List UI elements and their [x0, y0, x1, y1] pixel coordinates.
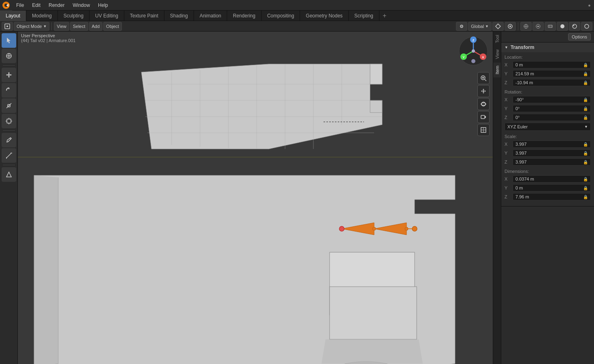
rotation-x-lock-icon[interactable]: 🔒 [583, 98, 588, 102]
tool-measure[interactable] [2, 148, 16, 163]
shading-material-button[interactable] [569, 22, 580, 31]
dimensions-y-label: Y [505, 185, 513, 190]
transform-chevron-icon: ▼ [505, 45, 508, 49]
tab-view[interactable]: View [493, 46, 501, 62]
menu-help[interactable]: Help [94, 0, 112, 11]
scale-z-value: 3.997 [515, 160, 527, 164]
add-label: Add [92, 24, 100, 29]
location-y-row: Y 214.59 m 🔒 [505, 70, 591, 77]
ortho-view-button[interactable] [477, 124, 490, 136]
tab-tool[interactable]: Tool [493, 32, 501, 46]
rotation-x-field[interactable]: -90° 🔒 [513, 96, 591, 103]
dimensions-z-lock-icon[interactable]: 🔒 [583, 195, 588, 199]
tool-transform[interactable] [2, 114, 16, 128]
rotation-mode-dropdown[interactable]: XYZ Euler ▼ [505, 123, 591, 131]
tab-layout[interactable]: Layout [0, 11, 26, 21]
scale-z-field[interactable]: 3.997 🔒 [513, 158, 591, 166]
pan-button[interactable] [477, 85, 490, 97]
object-menu-button[interactable]: Object [103, 22, 122, 31]
scale-x-lock-icon[interactable]: 🔒 [583, 142, 588, 147]
tool-annotate[interactable] [2, 133, 16, 147]
scale-y-lock-icon[interactable]: 🔒 [583, 151, 588, 155]
rotation-y-lock-icon[interactable]: 🔒 [583, 106, 588, 111]
location-z-lock-icon[interactable]: 🔒 [583, 81, 588, 85]
tool-move[interactable] [2, 68, 16, 82]
svg-point-59 [412, 226, 417, 231]
engine-indicator: ● [588, 3, 591, 8]
shading-solid-button[interactable] [557, 22, 568, 31]
tab-item[interactable]: Item [493, 62, 501, 77]
rotation-y-field[interactable]: 0° 🔒 [513, 105, 591, 112]
tab-uv-editing[interactable]: UV Editing [89, 11, 124, 21]
dimensions-y-row: Y 0 m 🔒 [505, 184, 591, 192]
location-label: Location: [505, 55, 591, 60]
tab-sculpting[interactable]: Sculpting [58, 11, 89, 21]
menu-window[interactable]: Window [68, 0, 94, 11]
view-label: View [57, 24, 66, 29]
panel-options-button[interactable]: Options [568, 33, 591, 40]
tab-texture-paint[interactable]: Texture Paint [124, 11, 164, 21]
snap-button[interactable] [492, 22, 504, 31]
rotation-x-row: X -90° 🔒 [505, 96, 591, 103]
location-x-field[interactable]: 0 m 🔒 [513, 61, 591, 68]
global-orientation-button[interactable]: Global ▼ [468, 22, 492, 31]
tool-select[interactable] [2, 33, 16, 48]
add-workspace-button[interactable]: + [379, 11, 390, 21]
location-y-lock-icon[interactable]: 🔒 [583, 72, 588, 76]
orbit-button[interactable] [477, 98, 490, 110]
transform-pivot-button[interactable] [456, 22, 467, 31]
transform-section-header[interactable]: ▼ Transform [501, 43, 594, 52]
rotation-z-lock-icon[interactable]: 🔒 [583, 115, 588, 120]
dimensions-y-lock-icon[interactable]: 🔒 [583, 186, 588, 190]
xray-button[interactable] [545, 22, 556, 31]
location-x-row: X 0 m 🔒 [505, 61, 591, 68]
scale-y-field[interactable]: 3.997 🔒 [513, 149, 591, 157]
dimensions-z-field[interactable]: 7.96 m 🔒 [513, 193, 591, 200]
location-x-lock-icon[interactable]: 🔒 [583, 63, 588, 67]
dimensions-x-lock-icon[interactable]: 🔒 [583, 177, 588, 181]
scale-x-field[interactable]: 3.997 🔒 [513, 140, 591, 148]
tab-scripting[interactable]: Scripting [349, 11, 379, 21]
shading-rendered-button[interactable] [581, 22, 592, 31]
scale-z-lock-icon[interactable]: 🔒 [583, 160, 588, 164]
location-y-field[interactable]: 214.59 m 🔒 [513, 70, 591, 77]
rotation-x-label: X [505, 97, 513, 102]
select-menu-button[interactable]: Select [70, 22, 88, 31]
blender-logo[interactable] [0, 0, 12, 11]
tab-rendering[interactable]: Rendering [227, 11, 261, 21]
dimensions-y-field[interactable]: 0 m 🔒 [513, 184, 591, 192]
tab-shading[interactable]: Shading [164, 11, 194, 21]
mode-toggle-button[interactable]: Object Mode ▼ [14, 22, 49, 31]
toolbar-editor-type[interactable] [2, 22, 13, 31]
tool-add-primitive[interactable] [2, 167, 16, 182]
svg-rect-53 [330, 287, 417, 339]
zoom-in-button[interactable] [477, 72, 490, 84]
proportional-edit-button[interactable] [505, 22, 516, 31]
dimensions-x-field[interactable]: 0.0374 m 🔒 [513, 175, 591, 183]
tool-rotate[interactable] [2, 83, 16, 98]
tab-modeling[interactable]: Modeling [26, 11, 58, 21]
viewport[interactable]: User Perspective (44) Tail v02 | Armatur… [18, 32, 493, 364]
tool-scale[interactable] [2, 98, 16, 113]
camera-view-button[interactable] [477, 111, 490, 123]
tab-animation[interactable]: Animation [194, 11, 227, 21]
location-z-field[interactable]: -10.94 m 🔒 [513, 79, 591, 86]
location-group: Location: X 0 m 🔒 Y 214.59 m 🔒 [505, 55, 591, 86]
scale-x-value: 3.997 [515, 142, 527, 147]
menu-file[interactable]: File [12, 0, 28, 11]
tab-geometry-nodes[interactable]: Geometry Nodes [300, 11, 349, 21]
overlays-button[interactable] [532, 22, 544, 31]
view-menu-button[interactable]: View [54, 22, 69, 31]
rotation-y-value: 0° [515, 106, 520, 111]
rotation-y-row: Y 0° 🔒 [505, 105, 591, 112]
menu-render[interactable]: Render [45, 0, 68, 11]
show-gizmos-button[interactable] [520, 22, 532, 31]
nav-gizmo[interactable]: Z X Y [457, 35, 490, 67]
dimensions-z-label: Z [505, 194, 513, 199]
rotation-z-field[interactable]: 0° 🔒 [513, 114, 591, 121]
scale-z-label: Z [505, 160, 513, 164]
tool-cursor[interactable] [2, 49, 16, 63]
add-menu-button[interactable]: Add [89, 22, 103, 31]
tab-compositing[interactable]: Compositing [262, 11, 300, 21]
menu-edit[interactable]: Edit [28, 0, 45, 11]
